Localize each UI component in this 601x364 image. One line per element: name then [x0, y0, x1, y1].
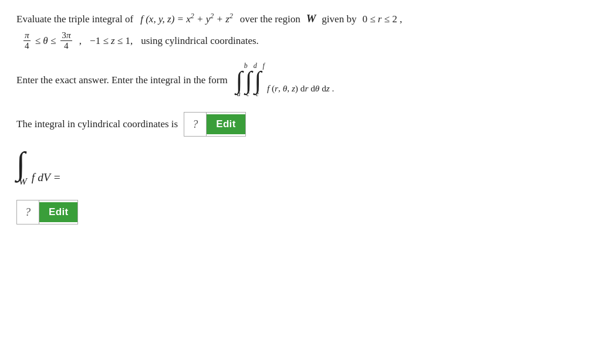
fdv-placeholder: ? [17, 200, 39, 224]
integral-2-lower: c [247, 91, 249, 98]
cylindrical-answer-section: The integral in cylindrical coordinates … [16, 112, 585, 137]
pi-over-4: π 4 [22, 30, 32, 51]
cylindrical-answer-box[interactable]: ? Edit [184, 112, 245, 137]
fdv-integral-big: ∫ [16, 151, 25, 176]
three-pi-over-4: 3π 4 [59, 30, 73, 51]
fdv-answer-box[interactable]: ? Edit [16, 200, 78, 224]
integral-3-lower: e [256, 91, 259, 98]
cylindrical-label: The integral in cylindrical coordinates … [16, 117, 178, 132]
fdv-integral-line: ∫ W f dV = [16, 151, 585, 190]
fdv-integral-symbol-wrap: ∫ W [16, 151, 27, 190]
region-variable: W [306, 11, 316, 27]
cylindrical-placeholder: ? [184, 113, 207, 136]
r-bounds: 0 ≤ r ≤ 2 , [362, 12, 402, 27]
integral-form-section: Enter the exact answer. Enter the integr… [16, 63, 585, 98]
theta-leq-1: ≤ θ ≤ [35, 33, 56, 49]
using-coords-text: using cylindrical coordinates. [141, 33, 259, 49]
problem-line-1: Evaluate the triple integral of f (x, y,… [16, 11, 585, 27]
z-bounds-text: −1 ≤ z ≤ 1, [90, 33, 133, 49]
integral-form-line: Enter the exact answer. Enter the integr… [16, 63, 585, 98]
integral-1-symbol: ∫ [236, 70, 243, 91]
enter-instruction: Enter the exact answer. Enter the integr… [16, 73, 228, 88]
problem-line-2: π 4 ≤ θ ≤ 3π 4 , −1 ≤ z ≤ 1, using cylin… [22, 30, 585, 51]
cylindrical-edit-button[interactable]: Edit [207, 114, 245, 134]
problem-statement: Evaluate the triple integral of f (x, y,… [16, 11, 585, 51]
fdv-section: ∫ W f dV = [16, 151, 585, 190]
integral-3-upper: f [263, 63, 265, 70]
function-expression: f (x, y, z) = x2 + y2 + z2 [140, 11, 233, 26]
prefix-text: Evaluate the triple integral of [16, 12, 133, 27]
over-region-text: over the region [240, 12, 300, 27]
integral-3-symbol: ∫ [255, 70, 262, 91]
integrand-text: f (r, θ, z) dr dθ dz . [267, 82, 335, 98]
cylindrical-answer-line: The integral in cylindrical coordinates … [16, 112, 585, 137]
fdv-subscript-w: W [19, 175, 27, 189]
fdv-edit-button[interactable]: Edit [39, 202, 77, 222]
integral-2-symbol: ∫ [245, 70, 252, 91]
triple-integral-display: b ∫ a d ∫ c f ∫ e f (r, θ, z) dr dθ dz . [236, 63, 335, 98]
comma-after-theta: , [77, 33, 82, 49]
given-by-text: given by [322, 12, 356, 27]
fdv-answer-section: ? Edit [16, 200, 585, 224]
integral-1-lower: a [237, 91, 241, 98]
fdv-expression: f dV = [32, 169, 61, 186]
integral-3-wrap: f ∫ e [255, 63, 265, 98]
